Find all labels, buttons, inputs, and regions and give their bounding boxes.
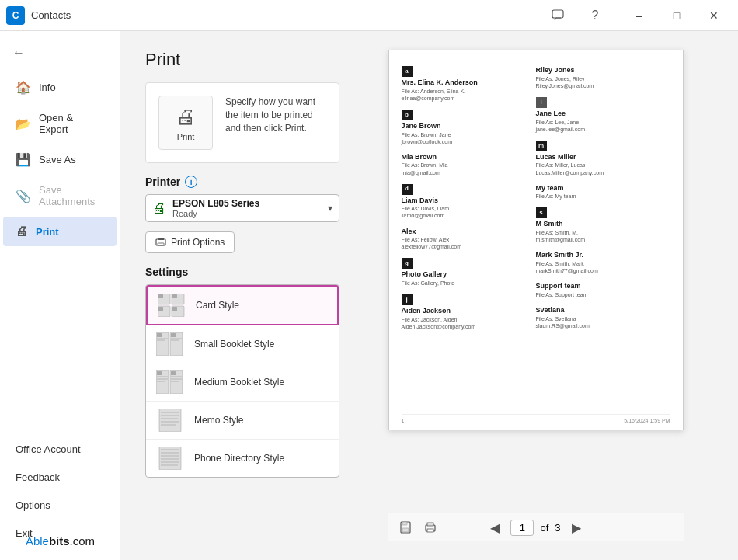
- sidebar: ← 🏠 Info 📂 Open & Export 💾 Save As 📎 Sav…: [0, 31, 120, 560]
- contact-jane-lee: l Jane Lee File As: Lee, Jane jane.lee@g…: [536, 97, 670, 133]
- next-page-button[interactable]: ▶: [567, 518, 586, 537]
- printer-status: Ready: [172, 209, 259, 218]
- print-options-label: Print Options: [171, 237, 225, 248]
- svg-rect-3: [158, 243, 164, 245]
- small-booklet-icon: [155, 332, 185, 357]
- contact-m-smith: s M Smith File As: Smith, M. m.smith@gma…: [536, 207, 670, 243]
- settings-label: Settings: [145, 266, 339, 278]
- titlebar-right: ? – □ ✕: [545, 3, 732, 28]
- letter-l: l: [536, 97, 547, 108]
- sidebar-item-print[interactable]: 🖨 Print: [3, 217, 117, 246]
- print-page-icon-btn[interactable]: [419, 517, 441, 538]
- letter-a: a: [402, 66, 413, 77]
- print-description: Specify how you want the item to be prin…: [225, 96, 326, 134]
- contact-lucas-miller: m Lucas Miller File As: Miller, Lucas Lu…: [536, 141, 670, 176]
- svg-rect-8: [158, 294, 163, 298]
- maximize-button[interactable]: □: [659, 3, 694, 28]
- svg-rect-22: [157, 371, 162, 375]
- print-options-button[interactable]: Print Options: [145, 231, 235, 253]
- contact-support-team: Support team File As: Support team: [536, 282, 670, 298]
- sidebar-item-save-as[interactable]: 💾 Save As: [3, 144, 117, 175]
- back-button[interactable]: ←: [6, 40, 31, 65]
- app-title: Contacts: [31, 9, 71, 21]
- preview-footer: 1 5/16/2024 1:59 PM: [402, 414, 670, 423]
- medium-booklet-icon: [155, 370, 185, 395]
- contact-anderson: a Mrs. Elina K. Anderson File As: Anders…: [402, 66, 536, 102]
- letter-s: s: [536, 207, 547, 218]
- titlebar-icons: ?: [545, 3, 607, 28]
- print-options-icon: [155, 237, 166, 248]
- sidebar-label-office-account: Office Account: [16, 443, 81, 455]
- style-list: Card Style: [145, 284, 339, 478]
- attachment-icon: 📎: [16, 189, 31, 203]
- letter-m: m: [536, 141, 547, 151]
- close-button[interactable]: ✕: [696, 3, 732, 28]
- card-style-icon: [157, 293, 186, 318]
- preview-col-right: Riley Jones File As: Jones, Riley Riley.…: [536, 66, 670, 338]
- titlebar-left: C Contacts: [6, 6, 71, 25]
- sidebar-label-print: Print: [36, 226, 59, 238]
- printer-name: EPSON L805 Series: [172, 198, 259, 209]
- brand-name: Ablebits: [26, 534, 70, 548]
- svg-rect-23: [171, 371, 176, 375]
- style-item-small-booklet[interactable]: Small Booklet Style: [146, 325, 339, 363]
- preview-content: a Mrs. Elina K. Anderson File As: Anders…: [402, 66, 670, 338]
- total-pages: 3: [555, 522, 560, 534]
- app-body: ← 🏠 Info 📂 Open & Export 💾 Save As 📎 Sav…: [0, 31, 738, 560]
- svg-rect-48: [427, 529, 433, 532]
- help-icon: ?: [592, 9, 599, 23]
- svg-rect-36: [159, 447, 181, 470]
- app-icon: C: [6, 6, 25, 25]
- print-button[interactable]: 🖨 Print: [158, 96, 213, 150]
- print-icon-label: Print: [177, 132, 195, 141]
- letter-b: b: [402, 110, 413, 120]
- prev-page-button[interactable]: ◀: [486, 518, 504, 537]
- contact-alex: Alex File As: Fellow, Alex alexfellow77@…: [402, 228, 536, 251]
- style-item-card[interactable]: Card Style: [146, 285, 339, 325]
- sidebar-item-office-account[interactable]: Office Account: [3, 436, 117, 463]
- printer-select-inner: 🖨 EPSON L805 Series Ready: [152, 198, 259, 218]
- letter-d: d: [402, 184, 413, 195]
- phone-directory-icon: [155, 446, 185, 471]
- page-of-label: of: [540, 522, 548, 534]
- page-number-input[interactable]: [510, 520, 534, 536]
- sidebar-label-info: Info: [39, 82, 56, 93]
- sidebar-item-save-attachments: 📎 Save Attachments: [3, 176, 117, 215]
- sidebar-item-open-export[interactable]: 📂 Open & Export: [3, 104, 117, 143]
- page-title: Print: [145, 50, 339, 70]
- page-nav: ◀ of 3 ▶: [388, 513, 684, 541]
- printer-info-icon[interactable]: i: [185, 176, 197, 188]
- help-icon-btn[interactable]: ?: [583, 3, 607, 28]
- style-item-medium-booklet[interactable]: Medium Booklet Style: [146, 363, 339, 402]
- contact-photo-gallery: g Photo Gallery File As: Gallery, Photo: [402, 258, 536, 287]
- print-icon: 🖨: [16, 224, 28, 238]
- contact-jane-brown: b Jane Brown File As: Brown, Jane jbrown…: [402, 110, 536, 145]
- svg-rect-47: [427, 523, 433, 526]
- sidebar-item-feedback[interactable]: Feedback: [3, 464, 117, 491]
- sidebar-item-info[interactable]: 🏠 Info: [3, 72, 117, 103]
- svg-rect-15: [171, 333, 176, 337]
- footer-page-number: 1: [402, 418, 405, 423]
- sidebar-item-options[interactable]: Options: [3, 492, 117, 519]
- svg-rect-44: [402, 528, 409, 532]
- preview-col-left: a Mrs. Elina K. Anderson File As: Anders…: [402, 66, 536, 338]
- save-page-icon-btn[interactable]: [395, 517, 416, 538]
- contact-svetlana: Svetlana File As: Svetlana sladm.RS@gmai…: [536, 306, 670, 329]
- style-item-phone-directory[interactable]: Phone Directory Style: [146, 440, 339, 477]
- memo-style-label: Memo Style: [194, 415, 243, 426]
- style-item-memo[interactable]: Memo Style: [146, 402, 339, 440]
- letter-g: g: [402, 258, 413, 269]
- feedback-icon-btn[interactable]: [545, 3, 570, 28]
- contact-aiden-jackson: j Aiden Jackson File As: Jackson, Aiden …: [402, 294, 536, 330]
- svg-rect-0: [552, 10, 563, 18]
- letter-j: j: [402, 294, 413, 305]
- preview-panel: a Mrs. Elina K. Anderson File As: Anders…: [388, 50, 684, 503]
- memo-icon: [155, 408, 185, 433]
- page-nav-left-icons: [395, 517, 441, 538]
- contact-mia-brown: Mia Brown File As: Brown, Mia mia@gmail.…: [402, 153, 536, 176]
- minimize-button[interactable]: –: [621, 3, 657, 28]
- sidebar-label-open-export: Open & Export: [39, 112, 104, 135]
- contact-mark-smith: Mark Smith Jr. File As: Smith, Mark mark…: [536, 251, 670, 274]
- printer-select[interactable]: 🖨 EPSON L805 Series Ready ▾: [145, 194, 339, 222]
- printer-section-title: Printer i: [145, 176, 339, 188]
